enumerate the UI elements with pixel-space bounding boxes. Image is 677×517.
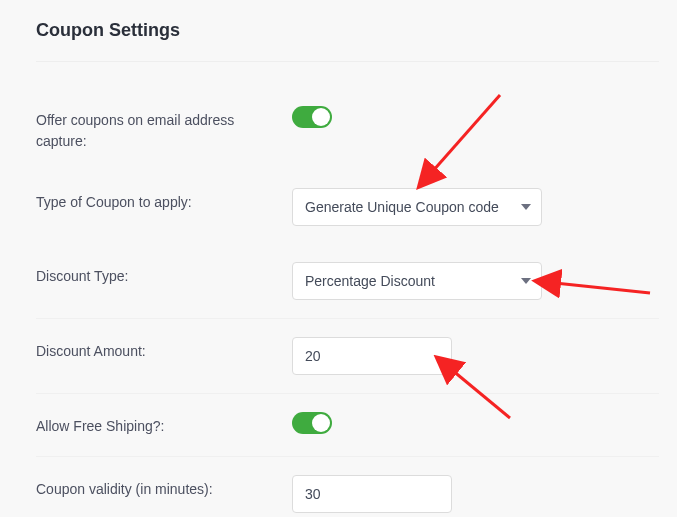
row-discount-amount: Discount Amount: [36, 319, 659, 394]
toggle-knob [312, 414, 330, 432]
label-discount-type: Discount Type: [36, 262, 276, 287]
label-free-shipping: Allow Free Shiping?: [36, 412, 276, 437]
label-validity: Coupon validity (in minutes): [36, 475, 276, 500]
row-discount-type: Discount Type: Percentage Discount [36, 244, 659, 319]
row-validity: Coupon validity (in minutes): [36, 457, 659, 517]
select-coupon-type[interactable]: Generate Unique Coupon code [292, 188, 542, 226]
toggle-offer-coupons[interactable] [292, 106, 332, 128]
row-coupon-type: Type of Coupon to apply: Generate Unique… [36, 170, 659, 244]
chevron-down-icon [521, 278, 531, 284]
chevron-down-icon [521, 204, 531, 210]
input-discount-amount[interactable] [292, 337, 452, 375]
row-free-shipping: Allow Free Shiping?: [36, 394, 659, 457]
label-discount-amount: Discount Amount: [36, 337, 276, 362]
toggle-free-shipping[interactable] [292, 412, 332, 434]
select-coupon-type-value: Generate Unique Coupon code [305, 199, 499, 215]
select-discount-type[interactable]: Percentage Discount [292, 262, 542, 300]
label-offer-coupons: Offer coupons on email address capture: [36, 106, 276, 152]
input-validity[interactable] [292, 475, 452, 513]
label-coupon-type: Type of Coupon to apply: [36, 188, 276, 213]
toggle-knob [312, 108, 330, 126]
select-discount-type-value: Percentage Discount [305, 273, 435, 289]
row-offer-coupons: Offer coupons on email address capture: [36, 88, 659, 170]
section-title: Coupon Settings [36, 20, 659, 41]
coupon-settings-panel: Coupon Settings Offer coupons on email a… [0, 0, 677, 517]
section-divider [36, 61, 659, 62]
